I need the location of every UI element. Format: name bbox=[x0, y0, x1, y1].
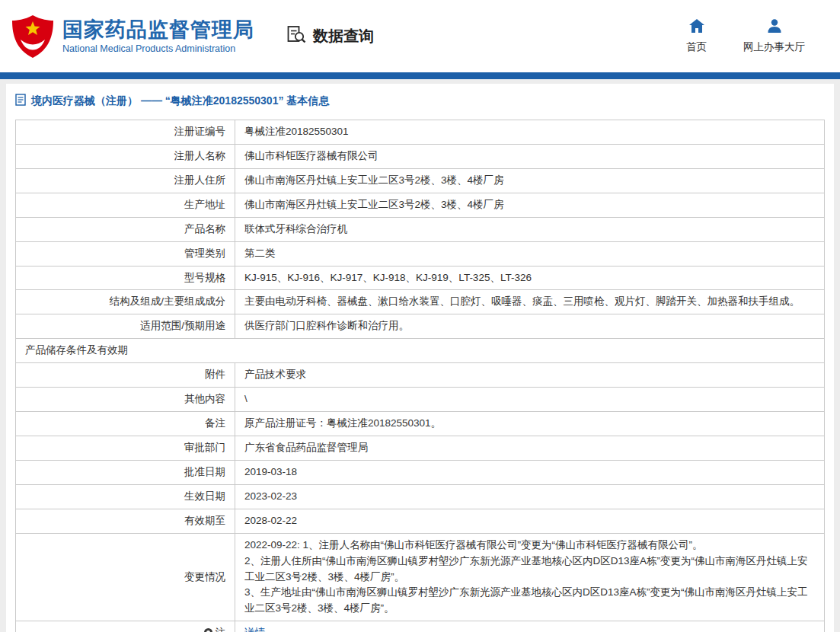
data-query-icon bbox=[286, 24, 307, 49]
row-label: 生效日期 bbox=[16, 484, 235, 509]
app-title: 数据查询 bbox=[286, 24, 374, 49]
logo-block: 国家药品监督管理局 National Medical Products Admi… bbox=[11, 14, 254, 59]
row-label: 附件 bbox=[16, 363, 235, 388]
table-row: 结构及组成/主要组成成分主要由电动牙科椅、器械盘、漱口给水装置、口腔灯、吸唾器、… bbox=[16, 290, 825, 314]
row-value: 原产品注册证号：粤械注准20182550301。 bbox=[235, 412, 825, 436]
detail-table: 注册证编号粤械注准20182550301注册人名称佛山市科钜医疗器械有限公司注册… bbox=[15, 120, 825, 632]
site-header: 国家药品监督管理局 National Medical Products Admi… bbox=[0, 0, 840, 72]
row-value: 第二类 bbox=[235, 241, 825, 266]
row-label: 其他内容 bbox=[16, 388, 235, 412]
row-value: 2019-03-18 bbox=[235, 460, 825, 484]
row-value: \ bbox=[235, 388, 825, 412]
row-value: 粤械注准20182550301 bbox=[235, 120, 825, 145]
home-icon bbox=[688, 18, 705, 37]
row-value: 联体式牙科综合治疗机 bbox=[235, 217, 825, 241]
row-value: 产品技术要求 bbox=[235, 363, 825, 388]
row-label: 结构及组成/主要组成成分 bbox=[16, 290, 235, 314]
row-value: 佛山市南海区丹灶镇上安工业二区3号2楼、3楼、4楼厂房 bbox=[235, 168, 825, 193]
app-title-label: 数据查询 bbox=[313, 26, 374, 46]
row-label: 注 bbox=[16, 621, 235, 632]
row-label: 生产地址 bbox=[16, 193, 235, 217]
content-panel: 境内医疗器械（注册） —— “粤械注准20182550301” 基本信息 注册证… bbox=[6, 84, 834, 632]
table-row: 有效期至2028-02-22 bbox=[16, 509, 825, 533]
table-row: 审批部门广东省食品药品监督管理局 bbox=[16, 436, 825, 460]
row-value: 广东省食品药品监督管理局 bbox=[235, 436, 825, 460]
nav-service-hall[interactable]: 网上办事大厅 bbox=[743, 18, 805, 54]
row-label: 备注 bbox=[16, 412, 235, 436]
site-subtitle: National Medical Products Administration bbox=[62, 43, 254, 54]
document-icon bbox=[15, 94, 26, 108]
row-label: 审批部门 bbox=[16, 436, 235, 460]
row-label: 适用范围/预期用途 bbox=[16, 314, 235, 339]
detail-link[interactable]: 详情 bbox=[244, 627, 265, 632]
row-label: 产品名称 bbox=[16, 217, 235, 241]
row-label: 批准日期 bbox=[16, 460, 235, 484]
detail-table-body: 注册证编号粤械注准20182550301注册人名称佛山市科钜医疗器械有限公司注册… bbox=[16, 120, 825, 632]
nav-home[interactable]: 首页 bbox=[686, 18, 707, 54]
header-divider-bar bbox=[0, 72, 840, 79]
table-row: 注册人名称佛山市科钜医疗器械有限公司 bbox=[16, 144, 825, 168]
table-row: 批准日期2019-03-18 bbox=[16, 460, 825, 484]
table-row: 管理类别第二类 bbox=[16, 241, 825, 266]
row-value: 详情 bbox=[235, 621, 825, 632]
row-value: 2022-09-22: 1、注册人名称由“佛山市科钜医疗器械有限公司”变更为“佛… bbox=[235, 533, 825, 621]
table-row: 其他内容\ bbox=[16, 388, 825, 412]
table-row: 注详情 bbox=[16, 621, 825, 632]
nav-service-hall-label: 网上办事大厅 bbox=[743, 40, 805, 54]
nmpa-emblem-icon bbox=[11, 14, 55, 59]
row-value: 主要由电动牙科椅、器械盘、漱口给水装置、口腔灯、吸唾器、痰盂、三用喷枪、观片灯、… bbox=[235, 290, 825, 314]
table-row: 型号规格KJ-915、KJ-916、KJ-917、KJ-918、KJ-919、L… bbox=[16, 266, 825, 290]
header-nav: 首页 网上办事大厅 bbox=[686, 18, 805, 54]
site-title: 国家药品监督管理局 bbox=[62, 18, 254, 42]
table-row: 备注原产品注册证号：粤械注准20182550301。 bbox=[16, 412, 825, 436]
table-row: 产品储存条件及有效期 bbox=[16, 339, 825, 363]
row-label: 有效期至 bbox=[16, 509, 235, 533]
nav-home-label: 首页 bbox=[686, 40, 707, 54]
row-value: KJ-915、KJ-916、KJ-917、KJ-918、KJ-919、LT-32… bbox=[235, 266, 825, 290]
row-value: 佛山市科钜医疗器械有限公司 bbox=[235, 144, 825, 168]
table-row: 注册人住所佛山市南海区丹灶镇上安工业二区3号2楼、3楼、4楼厂房 bbox=[16, 168, 825, 193]
row-label: 产品储存条件及有效期 bbox=[16, 339, 825, 363]
row-label: 注册证编号 bbox=[16, 120, 235, 145]
table-row: 注册证编号粤械注准20182550301 bbox=[16, 120, 825, 145]
row-label: 注册人住所 bbox=[16, 168, 235, 193]
breadcrumb: 境内医疗器械（注册） —— “粤械注准20182550301” 基本信息 bbox=[6, 84, 834, 117]
row-label: 型号规格 bbox=[16, 266, 235, 290]
row-label: 注册人名称 bbox=[16, 144, 235, 168]
table-row: 产品名称联体式牙科综合治疗机 bbox=[16, 217, 825, 241]
row-value: 2028-02-22 bbox=[235, 509, 825, 533]
table-row: 适用范围/预期用途供医疗部门口腔科作诊断和治疗用。 bbox=[16, 314, 825, 339]
row-value: 佛山市南海区丹灶镇上安工业二区3号2楼、3楼、4楼厂房 bbox=[235, 193, 825, 217]
user-icon bbox=[767, 18, 782, 37]
row-value: 供医疗部门口腔科作诊断和治疗用。 bbox=[235, 314, 825, 339]
note-icon bbox=[204, 628, 212, 632]
row-label: 变更情况 bbox=[16, 533, 235, 621]
table-row: 变更情况2022-09-22: 1、注册人名称由“佛山市科钜医疗器械有限公司”变… bbox=[16, 533, 825, 621]
row-label: 管理类别 bbox=[16, 241, 235, 266]
table-row: 生效日期2023-02-23 bbox=[16, 484, 825, 509]
page-title: 境内医疗器械（注册） —— “粤械注准20182550301” 基本信息 bbox=[31, 94, 329, 108]
row-value: 2023-02-23 bbox=[235, 484, 825, 509]
table-row: 附件产品技术要求 bbox=[16, 363, 825, 388]
table-row: 生产地址佛山市南海区丹灶镇上安工业二区3号2楼、3楼、4楼厂房 bbox=[16, 193, 825, 217]
